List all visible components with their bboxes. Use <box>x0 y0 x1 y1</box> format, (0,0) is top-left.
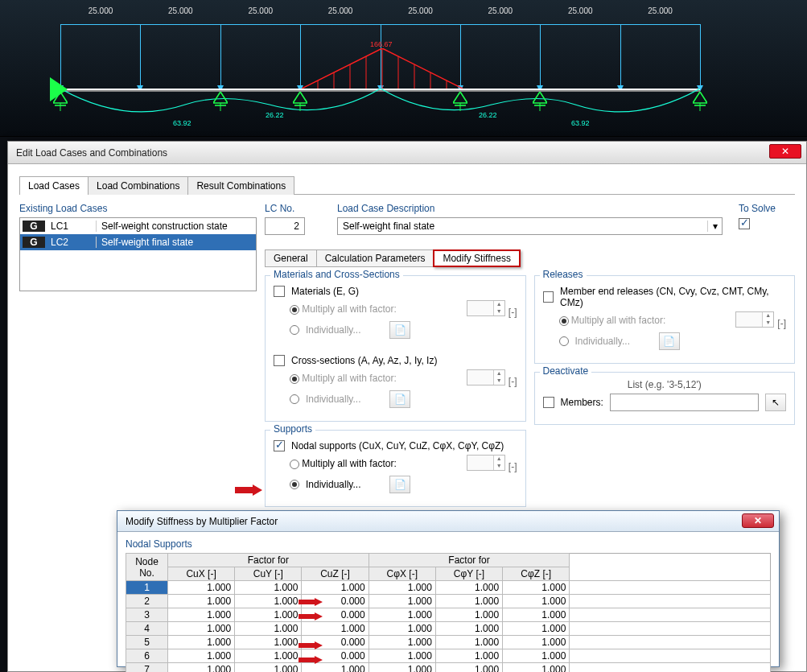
lc-desc: Self-weight construction state <box>96 221 256 232</box>
deactivate-members-input[interactable] <box>610 394 759 411</box>
col-factor-for-2: Factor for <box>369 554 570 567</box>
node-cell[interactable]: 2 <box>126 595 168 608</box>
nodal-supports-table[interactable]: Node No. Factor for Factor for CuX [-]Cu… <box>126 553 771 672</box>
factor-cell[interactable]: 1.000 <box>435 595 502 608</box>
factor-cell[interactable]: 1.000 <box>503 608 570 622</box>
concentrated-load-triangle <box>302 48 463 89</box>
to-solve-checkbox[interactable] <box>739 218 750 229</box>
factor-cell[interactable]: 1.000 <box>435 608 502 622</box>
factor-cell[interactable]: 1.000 <box>235 581 302 595</box>
table-row[interactable]: 61.0001.0000.0001.0001.0001.000 <box>126 649 771 663</box>
tab-result-combinations[interactable]: Result Combinations <box>187 176 294 195</box>
span-label: 25.000 <box>648 6 673 15</box>
factor-cell[interactable]: 1.000 <box>369 636 435 649</box>
titlebar[interactable]: Edit Load Cases and Combinations ✕ <box>8 142 806 164</box>
annotation-arrow-icon <box>299 641 323 649</box>
deactivate-members-label: Members: <box>561 397 603 408</box>
lc-no-input[interactable] <box>265 217 305 235</box>
factor-cell[interactable]: 1.000 <box>435 581 502 595</box>
factor-cell[interactable]: 1.000 <box>503 649 570 663</box>
node-cell[interactable]: 6 <box>126 649 168 663</box>
supports-factor-spinner[interactable]: ▲▼ <box>467 455 505 471</box>
svg-marker-32 <box>299 656 323 664</box>
load-cases-list[interactable]: GLC1Self-weight construction stateGLC2Se… <box>19 217 257 291</box>
node-cell[interactable]: 7 <box>126 663 168 673</box>
factor-cell[interactable]: 1.000 <box>168 608 235 622</box>
pick-members-icon[interactable]: ↖ <box>765 394 786 411</box>
factor-cell[interactable]: 1.000 <box>503 622 570 636</box>
factor-cell[interactable]: 1.000 <box>435 622 502 636</box>
factor-cell[interactable]: 1.000 <box>302 622 369 636</box>
factor-cell[interactable]: 1.000 <box>302 581 369 595</box>
span-label: 25.000 <box>248 6 273 15</box>
cross-sections-label: Cross-sections (A, Ay, Az, J, Iy, Iz) <box>291 355 437 366</box>
model-canvas: 25.00025.00025.00025.00025.00025.00025.0… <box>0 0 807 137</box>
factor-cell[interactable]: 1.000 <box>503 636 570 649</box>
span-label: 25.000 <box>328 6 353 15</box>
table-row[interactable]: 21.0001.0000.0001.0001.0001.000 <box>126 595 771 608</box>
table-row[interactable]: 71.0001.0001.0001.0001.0001.000 <box>126 663 771 673</box>
table-row[interactable]: 11.0001.0001.0001.0001.0001.000 <box>126 581 771 595</box>
load-arrow-icon <box>540 24 541 89</box>
nodal-supports-checkbox[interactable] <box>274 440 285 451</box>
factor-cell[interactable]: 1.000 <box>168 663 235 673</box>
factor-cell[interactable]: 1.000 <box>168 622 235 636</box>
load-case-row[interactable]: GLC2Self-weight final state <box>20 234 256 250</box>
existing-load-cases-label: Existing Load Cases <box>19 203 257 217</box>
lc-desc-combo[interactable]: Self-weight final state ▾ <box>337 217 723 235</box>
factor-cell[interactable]: 1.000 <box>235 622 302 636</box>
tab-load-cases[interactable]: Load Cases <box>19 176 89 195</box>
factor-cell[interactable]: 1.000 <box>369 622 435 636</box>
factor-cell[interactable]: 1.000 <box>235 663 302 673</box>
tab-load-combinations[interactable]: Load Combinations <box>88 176 188 195</box>
table-row[interactable]: 41.0001.0001.0001.0001.0001.000 <box>126 622 771 636</box>
materials-checkbox[interactable] <box>274 286 285 297</box>
node-cell[interactable]: 1 <box>126 581 168 595</box>
deactivate-members-checkbox[interactable] <box>543 397 554 408</box>
tab-general[interactable]: General <box>265 249 317 267</box>
factor-cell[interactable]: 1.000 <box>369 608 435 622</box>
factor-cell[interactable]: 1.000 <box>503 581 570 595</box>
factor-cell[interactable]: 1.000 <box>302 663 369 673</box>
node-cell[interactable]: 5 <box>126 636 168 649</box>
node-cell[interactable]: 3 <box>126 608 168 622</box>
factor-cell[interactable]: 1.000 <box>369 581 435 595</box>
node-cell[interactable]: 4 <box>126 622 168 636</box>
subdialog-titlebar[interactable]: Modify Stiffness by Multiplier Factor ✕ <box>117 511 779 532</box>
supports-indiv-radio[interactable] <box>290 480 299 489</box>
supports-edit-button[interactable]: 📄 <box>389 476 410 493</box>
load-case-row[interactable]: GLC1Self-weight construction state <box>20 218 256 234</box>
factor-cell[interactable]: 1.000 <box>369 649 435 663</box>
tab-calc-params[interactable]: Calculation Parameters <box>316 249 434 267</box>
factor-cell[interactable]: 1.000 <box>369 663 435 673</box>
releases-mult-label: Multiply all with factor: <box>571 315 665 326</box>
curve-label: 63.92 <box>571 119 590 127</box>
factor-cell[interactable]: 1.000 <box>168 595 235 608</box>
table-row[interactable]: 31.0001.0000.0001.0001.0001.000 <box>126 608 771 622</box>
factor-cell[interactable]: 1.000 <box>168 649 235 663</box>
factor-cell[interactable]: 1.000 <box>435 663 502 673</box>
materials-chk-label: Materials (E, G) <box>291 286 359 297</box>
factor-cell[interactable]: 1.000 <box>168 636 235 649</box>
factor-cell[interactable]: 1.000 <box>435 649 502 663</box>
factor-cell[interactable]: 1.000 <box>503 663 570 673</box>
factor-cell[interactable]: 1.000 <box>235 636 302 649</box>
tab-modify-stiffness[interactable]: Modify Stiffness <box>433 249 520 267</box>
factor-cell[interactable]: 1.000 <box>235 649 302 663</box>
factor-cell[interactable]: 1.000 <box>435 636 502 649</box>
chevron-down-icon[interactable]: ▾ <box>707 221 722 232</box>
factor-cell[interactable]: 1.000 <box>235 608 302 622</box>
factor-cell[interactable]: 1.000 <box>369 595 435 608</box>
factor-cell[interactable]: 1.000 <box>503 595 570 608</box>
lc-desc: Self-weight final state <box>96 237 256 248</box>
releases-checkbox[interactable] <box>543 291 554 303</box>
table-col-header: CuY [-] <box>235 567 302 581</box>
annotation-arrow-icon <box>299 655 323 663</box>
supports-mult-radio[interactable] <box>290 460 299 469</box>
close-button[interactable]: ✕ <box>769 144 801 159</box>
subdialog-close-button[interactable]: ✕ <box>742 513 774 528</box>
factor-cell[interactable]: 1.000 <box>168 581 235 595</box>
factor-cell[interactable]: 1.000 <box>235 595 302 608</box>
table-row[interactable]: 51.0001.0000.0001.0001.0001.000 <box>126 636 771 649</box>
cross-sections-checkbox[interactable] <box>274 355 285 366</box>
